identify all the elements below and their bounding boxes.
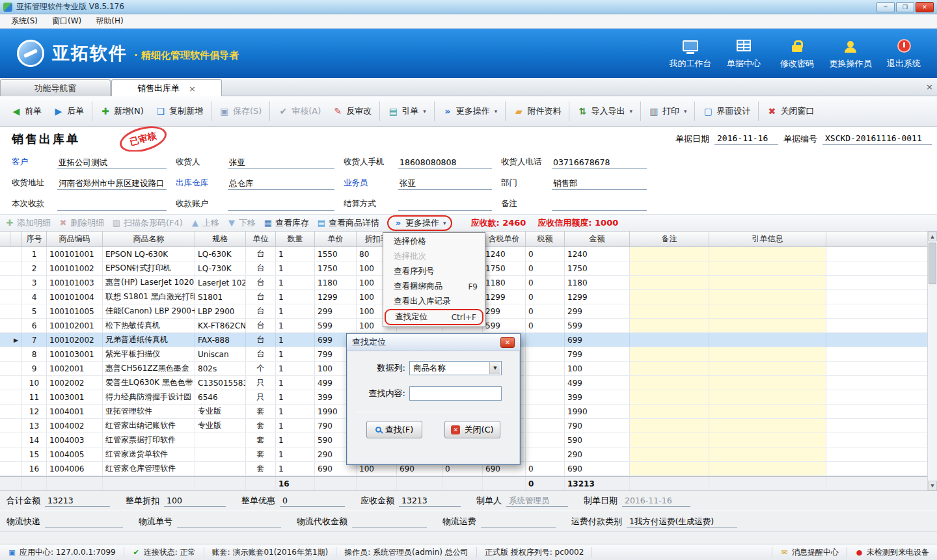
status-left-segment-1[interactable]: ✔连接状态: 正常 <box>124 547 204 557</box>
field-value-4[interactable]: 河南省郑州市中原区建设路口 <box>57 176 167 190</box>
column-header-3[interactable]: 规格 <box>195 232 246 247</box>
summary-value[interactable]: 2016-11-16 <box>622 495 690 507</box>
cell <box>630 462 709 475</box>
summary-value[interactable]: 13213 <box>399 495 461 507</box>
column-header-6[interactable]: 单价 <box>315 232 357 247</box>
copy-button[interactable]: ❏复制新增 <box>150 100 209 122</box>
exit-system-button[interactable]: 退出系统 <box>877 37 930 70</box>
field-value-3[interactable]: 03716678678 <box>552 155 647 169</box>
cell: LQ-630K <box>195 247 246 261</box>
menubar-item-0[interactable]: 系统(S) <box>4 14 45 28</box>
status-left-segment-3[interactable]: 操作员: 系统管理员(admin) 总公司 <box>336 547 477 557</box>
column-header-5[interactable]: 数量 <box>276 232 315 247</box>
tab-sales-outbound[interactable]: 销售出库单 × <box>111 79 222 97</box>
column-header-0[interactable]: 序号 <box>22 232 47 247</box>
summary-value[interactable]: 100 <box>164 495 226 507</box>
field-value-9[interactable] <box>228 197 334 211</box>
summary-value[interactable]: 系统管理员 <box>506 495 568 507</box>
column-header-1[interactable]: 商品编码 <box>47 232 103 247</box>
menu-item-3[interactable]: 查看捆绑商品F9 <box>385 279 483 294</box>
column-header-13[interactable]: 备注 <box>630 232 709 247</box>
field-value-8[interactable] <box>57 197 167 211</box>
data-column-select[interactable]: 商品名称 ▼ <box>409 361 502 375</box>
field-value-6[interactable]: 张亚 <box>398 176 492 190</box>
workbench-button[interactable]: 我的工作台 <box>664 37 717 70</box>
column-header-4[interactable]: 单位 <box>246 232 276 247</box>
field-value-0[interactable]: 亚拓公司测试 <box>57 155 167 169</box>
menu-item-5[interactable]: 查找定位Ctrl+F <box>385 309 483 325</box>
import-export-button[interactable]: ⇅导入导出▾ <box>571 100 638 122</box>
field-value-1[interactable]: 张亚 <box>228 155 334 169</box>
document-center-button[interactable]: 单据中心 <box>717 37 770 70</box>
scroll-up-icon[interactable]: ▲ <box>928 232 937 241</box>
scroll-thumb[interactable] <box>929 243 936 284</box>
unaudit-button[interactable]: ✎反审改 <box>327 100 377 122</box>
column-header-14[interactable]: 引单信息 <box>709 232 826 247</box>
close-button[interactable]: ✕ <box>916 2 934 12</box>
menu-item-4[interactable]: 查看出入库记录 <box>385 294 483 309</box>
summary-value[interactable]: 1我方付运费(生成运费) <box>627 516 737 527</box>
status-left-segment-4[interactable]: 正式版 授权序列号: pc0002 <box>477 547 592 557</box>
more-actions-button[interactable]: »更多操作▾ <box>387 215 453 231</box>
vertical-scrollbar[interactable]: ▲ ▼ <box>927 232 937 490</box>
summary-value[interactable] <box>481 516 556 527</box>
summary-label: 物流单号 <box>139 516 172 527</box>
chevron-down-icon[interactable]: ▼ <box>489 362 500 374</box>
field-label-5[interactable]: 出库仓库 <box>176 172 228 193</box>
switch-operator-button[interactable]: 更换操作员 <box>824 37 877 70</box>
tab-close-icon[interactable]: × <box>189 84 196 94</box>
search-content-input[interactable] <box>409 386 502 401</box>
doc-number-value[interactable]: XSCKD-20161116-0011 <box>822 133 932 145</box>
field-value-10[interactable] <box>398 197 492 211</box>
find-button[interactable]: 查找(F) <box>366 421 422 438</box>
dialog-close-button[interactable]: ✕ <box>500 337 515 348</box>
summary-value[interactable] <box>352 516 427 527</box>
column-header-12[interactable]: 金额 <box>565 232 630 247</box>
status-right-segment-1[interactable]: ●未检测到来电设备 <box>847 547 937 557</box>
column-header-10[interactable]: 含税单价 <box>483 232 526 247</box>
prev-button[interactable]: ◀前单 <box>5 100 48 122</box>
pull-order-button[interactable]: ▤引单▾ <box>382 100 432 122</box>
view-stock-button[interactable]: ▦查看库存 <box>264 217 309 229</box>
field-label-0[interactable]: 客户 <box>12 152 57 172</box>
ui-design-button[interactable]: ▢界面设计 <box>697 100 756 122</box>
field-value-11[interactable] <box>552 197 647 211</box>
menu-item-2[interactable]: 查看序列号 <box>385 264 483 279</box>
summary-value[interactable]: 0 <box>280 495 345 507</box>
change-password-button[interactable]: 修改密码 <box>770 37 824 70</box>
tabbar-close-icon[interactable]: × <box>926 82 933 92</box>
status-left-segment-2[interactable]: 账套: 演示账套01(2016年第1期) <box>204 547 337 557</box>
tab-function-nav[interactable]: 功能导航窗 <box>0 79 111 97</box>
column-header-11[interactable]: 税额 <box>526 232 565 247</box>
summary-value[interactable] <box>177 516 281 527</box>
next-button[interactable]: ▶后单 <box>48 100 90 122</box>
view-product-button[interactable]: ▤查看商品详情 <box>317 217 379 229</box>
field-value-2[interactable]: 18608080808 <box>398 155 492 169</box>
menubar-item-2[interactable]: 帮助(H) <box>88 14 130 28</box>
doc-date-value[interactable]: 2016-11-16 <box>714 133 778 145</box>
menubar-item-1[interactable]: 窗口(W) <box>45 14 88 28</box>
column-header-2[interactable]: 商品名称 <box>103 232 195 247</box>
attachment-button[interactable]: ▰附件资料 <box>508 100 567 122</box>
summary-value[interactable]: 13213 <box>45 495 110 507</box>
field-value-5[interactable]: 总仓库 <box>228 176 334 190</box>
status-text: 未检测到来电设备 <box>867 547 929 558</box>
save-button[interactable]: ▣保存(S) <box>213 100 267 122</box>
print-button[interactable]: ▥打印▾ <box>643 100 693 122</box>
audit-button[interactable]: ✔审核(A) <box>272 100 327 122</box>
minimize-button[interactable]: ─ <box>876 2 895 12</box>
maximize-button[interactable]: ❐ <box>896 2 914 12</box>
dialog-close-action-button[interactable]: ✕ 关闭(C) <box>444 421 500 438</box>
menu-item-0[interactable]: 选择价格 <box>385 234 483 249</box>
scroll-down-icon[interactable]: ▼ <box>928 481 937 490</box>
status-right-segment-0[interactable]: ✉消息提醒中心 <box>772 547 847 557</box>
close-window-button[interactable]: ✖关闭窗口 <box>761 100 820 122</box>
summary-label: 整单折扣 <box>126 495 159 507</box>
more-ops-button[interactable]: »更多操作▾ <box>437 100 504 122</box>
summary-value[interactable] <box>45 516 123 527</box>
status-left-segment-0[interactable]: ▣应用中心: 127.0.0.1:7099 <box>0 547 124 557</box>
field-value-7[interactable]: 销售部 <box>552 176 647 190</box>
dialog-titlebar[interactable]: 查找定位 ✕ <box>347 334 520 351</box>
new-button[interactable]: ✚新增(N) <box>94 100 150 122</box>
field-label-6[interactable]: 业务员 <box>344 172 398 193</box>
